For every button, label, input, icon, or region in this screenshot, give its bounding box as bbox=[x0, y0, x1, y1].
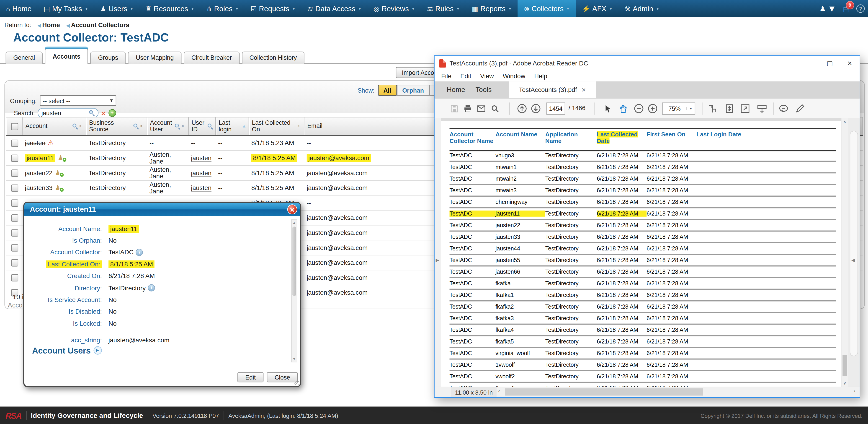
column-filter-icon[interactable]: ⇤ bbox=[298, 123, 302, 129]
find-icon[interactable] bbox=[489, 103, 500, 114]
column-search-icon[interactable] bbox=[175, 123, 181, 129]
tab-collection-history[interactable]: Collection History bbox=[242, 52, 305, 64]
expand-icon[interactable]: ▶ bbox=[93, 346, 102, 355]
edit-button[interactable]: Edit bbox=[238, 372, 264, 382]
row-checkbox[interactable] bbox=[11, 199, 18, 206]
dialog-scrollbar[interactable]: ▲▼ bbox=[291, 219, 298, 362]
account-name-link[interactable]: jausten bbox=[25, 140, 45, 146]
nav-requests[interactable]: ☑Requests▼ bbox=[245, 0, 302, 17]
notifications-button[interactable]: ▤9 bbox=[843, 4, 850, 12]
nav-collectors[interactable]: ⊜Collectors▼ bbox=[518, 0, 576, 17]
nav-rules[interactable]: ⚖Rules▼ bbox=[421, 0, 466, 17]
row-checkbox[interactable] bbox=[11, 169, 18, 176]
row-checkbox[interactable] bbox=[11, 184, 18, 192]
search-input[interactable]: jausten bbox=[38, 108, 98, 118]
user-id-link[interactable]: jausten bbox=[191, 154, 212, 162]
help-icon[interactable]: ? bbox=[857, 4, 865, 12]
previous-page-icon[interactable] bbox=[516, 103, 528, 114]
minimize-button[interactable]: — bbox=[800, 56, 820, 70]
menu-edit[interactable]: Edit bbox=[460, 73, 471, 79]
show-all-button[interactable]: All bbox=[378, 85, 397, 96]
acrobat-tab-home[interactable]: Home bbox=[447, 81, 465, 98]
col-header-business-source[interactable]: Business Source⇤ bbox=[86, 117, 147, 135]
tab-general[interactable]: General bbox=[5, 52, 42, 64]
nav-afx[interactable]: ⚡AFX▼ bbox=[576, 0, 619, 17]
clear-search-icon[interactable]: × bbox=[101, 110, 105, 117]
account-name-link[interactable]: jausten11 bbox=[25, 154, 55, 162]
resize-grip[interactable] bbox=[294, 381, 299, 385]
comment-icon[interactable] bbox=[778, 103, 789, 114]
row-checkbox[interactable] bbox=[11, 229, 18, 236]
info-icon[interactable]: i bbox=[148, 284, 155, 291]
fullscreen-icon[interactable] bbox=[740, 103, 751, 114]
row-checkbox[interactable] bbox=[11, 139, 18, 147]
maximize-button[interactable]: ▢ bbox=[820, 56, 840, 70]
scroll-down-icon[interactable]: ∨ bbox=[841, 381, 848, 386]
user-id-link[interactable]: jausten bbox=[191, 169, 212, 176]
select-all-checkbox[interactable] bbox=[6, 117, 23, 135]
nav-admin[interactable]: ⚒Admin▼ bbox=[618, 0, 665, 17]
column-filter-icon[interactable]: ⇤ bbox=[79, 123, 84, 129]
menu-window[interactable]: Window bbox=[503, 73, 525, 79]
row-checkbox[interactable] bbox=[11, 214, 18, 222]
breadcrumb-account-collectors-link[interactable]: Account Collectors bbox=[71, 22, 129, 28]
close-button[interactable]: Close bbox=[267, 372, 298, 382]
grouping-select[interactable]: -- select --▼ bbox=[40, 95, 117, 106]
account-name-link[interactable]: jausten33 bbox=[25, 185, 53, 191]
pdf-vertical-scrollbar[interactable]: ∧ ∨ bbox=[841, 118, 848, 387]
tab-user-mapping[interactable]: User Mapping bbox=[128, 52, 181, 64]
account-name-link[interactable]: jausten22 bbox=[25, 169, 53, 176]
nav-home[interactable]: ⌂Home bbox=[0, 0, 38, 17]
next-page-icon[interactable] bbox=[530, 103, 541, 114]
menu-file[interactable]: File bbox=[441, 73, 452, 79]
user-id-link[interactable]: jausten bbox=[191, 184, 212, 192]
nav-data-access[interactable]: ≋Data Access▼ bbox=[302, 0, 368, 17]
scroll-up-icon[interactable]: ▲ bbox=[292, 221, 297, 224]
scrollbar-thumb[interactable] bbox=[292, 227, 296, 296]
fit-page-icon[interactable] bbox=[723, 103, 735, 114]
horizontal-scrollbar-thumb[interactable] bbox=[505, 389, 703, 396]
hand-tool-icon[interactable] bbox=[617, 103, 628, 114]
page-number-input[interactable]: 1454 bbox=[547, 103, 565, 114]
info-icon[interactable]: i bbox=[136, 249, 143, 256]
tab-accounts[interactable]: Accounts bbox=[45, 48, 88, 64]
column-search-icon[interactable] bbox=[134, 123, 139, 129]
nav-roles[interactable]: ⋔Roles▼ bbox=[200, 0, 245, 17]
account-users-section[interactable]: Account Users▶ bbox=[32, 346, 102, 355]
breadcrumb-home-link[interactable]: Home bbox=[42, 22, 60, 28]
scroll-down-icon[interactable]: ▼ bbox=[292, 358, 297, 361]
fill-sign-icon[interactable] bbox=[795, 103, 806, 114]
row-checkbox[interactable] bbox=[11, 154, 18, 162]
search-icon[interactable] bbox=[89, 110, 95, 116]
col-header-last-login[interactable]: Last login▲ bbox=[216, 117, 249, 135]
show-orphan-button[interactable]: Orphan bbox=[397, 85, 430, 96]
column-filter-icon[interactable]: ⇤ bbox=[141, 123, 145, 129]
nav-reports[interactable]: ▥Reports▼ bbox=[466, 0, 518, 17]
col-header-user-id[interactable]: User ID bbox=[189, 117, 216, 135]
nav-resources[interactable]: ♜Resources▼ bbox=[140, 0, 200, 17]
scroll-left-icon[interactable]: ‹ bbox=[498, 389, 500, 394]
close-tab-icon[interactable]: ✕ bbox=[581, 87, 586, 93]
nav-my-tasks[interactable]: ▤My Tasks▼ bbox=[38, 0, 94, 17]
email-icon[interactable] bbox=[475, 103, 487, 114]
save-icon[interactable] bbox=[449, 103, 460, 114]
acrobat-tab-tools[interactable]: Tools bbox=[475, 81, 492, 98]
row-checkbox[interactable] bbox=[11, 259, 18, 266]
scrolling-mode-icon[interactable] bbox=[707, 103, 718, 114]
row-checkbox[interactable] bbox=[11, 244, 18, 251]
zoom-level-select[interactable]: 75%▼ bbox=[662, 103, 695, 114]
menu-help[interactable]: Help bbox=[534, 73, 547, 79]
column-search-icon[interactable] bbox=[208, 123, 213, 129]
nav-users[interactable]: ♟Users▼ bbox=[94, 0, 139, 17]
tab-groups[interactable]: Groups bbox=[90, 52, 126, 64]
col-header-account-user[interactable]: Account User⇤ bbox=[147, 117, 189, 135]
expand-left-pane-icon[interactable]: ▶ bbox=[436, 258, 439, 263]
close-icon[interactable]: ✕ bbox=[287, 204, 298, 215]
zoom-out-icon[interactable] bbox=[633, 103, 645, 114]
col-header-last-collected-on[interactable]: Last Collected On⇤ bbox=[249, 117, 305, 135]
dialog-title[interactable]: Account: jausten11 bbox=[24, 203, 300, 216]
tab-circuit-breaker[interactable]: Circuit Breaker bbox=[184, 52, 240, 64]
zoom-in-icon[interactable] bbox=[647, 103, 658, 114]
add-filter-icon[interactable]: + bbox=[108, 109, 116, 117]
user-menu[interactable]: ♟▼ bbox=[819, 4, 836, 14]
